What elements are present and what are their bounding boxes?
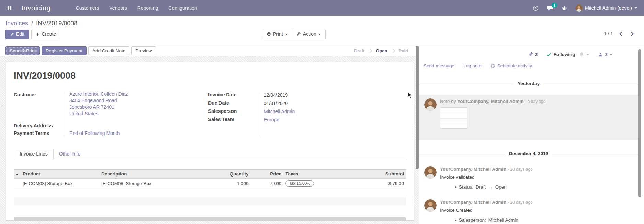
- invoice-date-value: 12/04/2019: [259, 91, 288, 99]
- sales-team-label: Sales Team: [208, 116, 259, 123]
- following-button[interactable]: Following: [546, 52, 575, 57]
- user-avatar: [575, 4, 583, 12]
- bullet-icon: [455, 220, 456, 221]
- app-title[interactable]: Invoicing: [21, 4, 51, 12]
- register-payment-button[interactable]: Register Payment: [42, 46, 87, 55]
- pager-previous-button[interactable]: [619, 32, 624, 36]
- attachments-count: 2: [535, 52, 538, 57]
- log-note-button[interactable]: Log note: [463, 63, 482, 68]
- invoice-sheet: INV/2019/0008 Customer Azure Interior, C…: [6, 62, 414, 221]
- print-action-group: Print Action: [262, 30, 326, 39]
- empty-row: [14, 205, 406, 214]
- top-navbar: Invoicing Customers Vendors Reporting Co…: [0, 0, 644, 16]
- plus-icon: [36, 32, 39, 36]
- pager: 1 / 1: [604, 31, 633, 36]
- navbar-systray: 1 Mitchell Admin (devel): [533, 4, 639, 12]
- customer-name-link[interactable]: Azure Interior, Colleen Diaz: [69, 91, 128, 97]
- salesperson-value[interactable]: Mitchell Admin: [259, 107, 295, 116]
- attachments-button[interactable]: 2: [528, 52, 538, 57]
- field-separator-line: [259, 92, 259, 136]
- message-body: Invoice Created: [440, 207, 533, 213]
- payment-terms-value[interactable]: End of Following Month: [65, 129, 120, 137]
- status-arrow-icon: [391, 49, 395, 53]
- send-message-button[interactable]: Send message: [423, 63, 454, 68]
- tracking-new-value: Mitchell Admin: [488, 217, 518, 223]
- clock-icon: [490, 64, 495, 68]
- message-body: Invoice validated: [440, 174, 533, 180]
- breadcrumb-invoices-link[interactable]: Invoices: [5, 20, 28, 27]
- debug-button[interactable]: [562, 5, 567, 11]
- apps-menu-button[interactable]: [5, 3, 14, 12]
- status-arrow-icon: [368, 49, 372, 53]
- bug-icon: [562, 5, 567, 11]
- activities-button[interactable]: [533, 5, 539, 11]
- group-caret-header[interactable]: [14, 170, 21, 179]
- column-product[interactable]: Product: [21, 170, 99, 179]
- message-author[interactable]: YourCompany, Mitchell Admin: [440, 167, 506, 172]
- menu-vendors[interactable]: Vendors: [104, 2, 132, 13]
- tab-other-info[interactable]: Other Info: [54, 149, 86, 159]
- attachment-thumbnail[interactable]: [440, 107, 467, 129]
- message-time: - a day ago: [525, 99, 545, 104]
- followers-count: 2: [605, 52, 608, 57]
- schedule-activity-button[interactable]: Schedule activity: [490, 63, 532, 68]
- column-taxes[interactable]: Taxes: [283, 170, 346, 179]
- subscription-button[interactable]: [579, 52, 589, 57]
- tab-invoice-lines[interactable]: Invoice Lines: [14, 149, 54, 159]
- notebook-tabs: Invoice Lines Other Info: [14, 149, 406, 159]
- table-header-row: Product Description Quantity Price Taxes…: [14, 170, 406, 179]
- chevron-down-icon: [586, 54, 589, 55]
- followers-button[interactable]: 2: [598, 52, 612, 57]
- breadcrumb-separator: /: [30, 20, 34, 27]
- main-menu: Customers Vendors Reporting Configuratio…: [71, 2, 202, 13]
- status-paid[interactable]: Paid: [396, 48, 411, 53]
- tracking-field: Salesperson:: [459, 217, 486, 223]
- print-button[interactable]: Print: [262, 30, 292, 39]
- status-draft[interactable]: Draft: [351, 48, 368, 53]
- sales-team-value[interactable]: Europe: [259, 116, 279, 124]
- avatar: [424, 98, 437, 111]
- chevron-down-icon: [634, 7, 637, 9]
- horizontal-scrollbar[interactable]: [14, 217, 406, 221]
- cell-price: 79.00: [250, 179, 283, 189]
- message-author[interactable]: YourCompany, Mitchell Admin: [440, 200, 506, 205]
- payment-terms-label: Payment Terms: [14, 129, 65, 137]
- bullet-icon: [455, 186, 456, 188]
- pager-next-button[interactable]: [629, 32, 634, 36]
- empty-row: [14, 197, 406, 205]
- messages-button[interactable]: 1: [547, 5, 553, 11]
- empty-row: [14, 189, 406, 197]
- tracking-value: Status: Draft → Open: [455, 184, 533, 190]
- status-open[interactable]: Open: [373, 48, 390, 53]
- edit-button[interactable]: Edit: [5, 30, 29, 39]
- form-vertical-scrollbar[interactable]: [416, 46, 419, 169]
- invoice-lines-table: Product Description Quantity Price Taxes…: [14, 169, 406, 189]
- preview-button[interactable]: Preview: [131, 46, 156, 55]
- column-description[interactable]: Description: [99, 170, 212, 179]
- send-and-print-button[interactable]: Send & Print: [5, 46, 40, 55]
- menu-reporting[interactable]: Reporting: [132, 2, 163, 13]
- column-subtotal[interactable]: Subtotal: [346, 170, 406, 179]
- user-menu-button[interactable]: Mitchell Admin (devel): [575, 4, 637, 12]
- action-button[interactable]: Action: [292, 30, 326, 39]
- add-credit-note-button[interactable]: Add Credit Note: [88, 46, 129, 55]
- menu-configuration[interactable]: Configuration: [163, 2, 202, 13]
- create-button[interactable]: Create: [31, 30, 60, 39]
- printer-icon: [267, 32, 271, 36]
- column-quantity[interactable]: Quantity: [212, 170, 251, 179]
- message-time: - 20 days ago: [508, 167, 533, 172]
- customer-street: 3404 Edgewood Road: [69, 97, 128, 104]
- table-row[interactable]: [E-COM08] Storage Box [E-COM08] Storage …: [14, 179, 406, 189]
- message-author[interactable]: YourCompany, Mitchell Admin: [457, 99, 523, 104]
- chatter-pane: 2 Following 2: [419, 45, 644, 224]
- field-group-left: Customer Azure Interior, Colleen Diaz 34…: [14, 91, 208, 137]
- sort-caret-icon: [16, 174, 19, 175]
- menu-customers[interactable]: Customers: [71, 2, 104, 13]
- paperclip-icon: [528, 52, 533, 57]
- chatter-vertical-scrollbar[interactable]: [638, 49, 641, 197]
- chevron-down-icon: [318, 34, 321, 35]
- chevron-down-icon: [610, 54, 612, 55]
- status-pipeline: Draft Open Paid: [351, 48, 411, 53]
- chatter-message-created: YourCompany, Mitchell Admin - 20 days ag…: [419, 199, 644, 223]
- column-price[interactable]: Price: [250, 170, 283, 179]
